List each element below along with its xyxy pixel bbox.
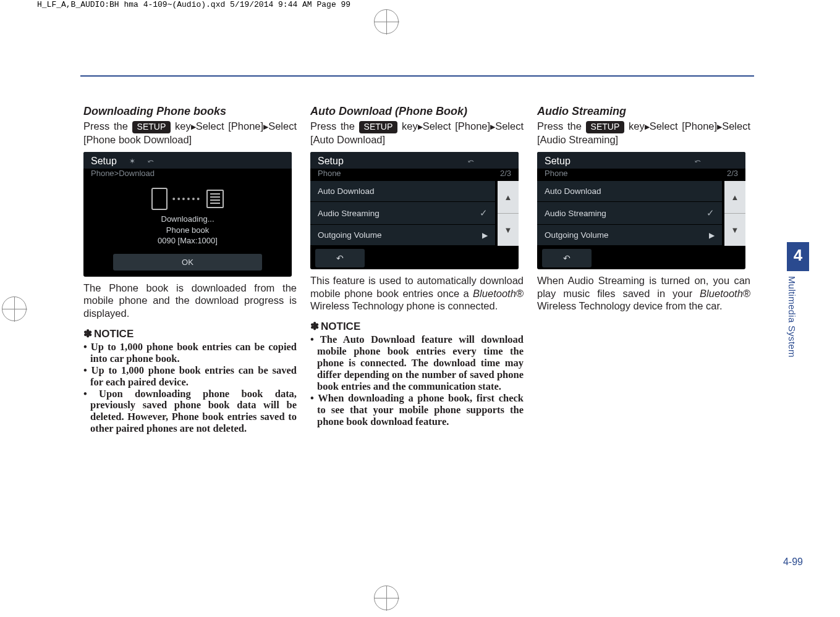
chapter-label: Multimedia System: [787, 271, 797, 382]
triangle-icon: ▶: [645, 123, 650, 132]
text-b: Wireless Technology phone is connected.: [310, 300, 498, 311]
scroll-up-button[interactable]: ▲: [724, 181, 745, 214]
notice-star-icon: ✽: [83, 328, 92, 340]
setup-key-badge: SETUP: [586, 121, 625, 133]
ss-sub-label: Phone: [545, 169, 568, 178]
instr-pre: Press the: [83, 120, 132, 132]
instr-post: key: [397, 120, 417, 132]
instruction-text: Press the SETUP key▶Select [Phone]▶Selec…: [310, 120, 524, 146]
instruction-text: Press the SETUP key▶Select [Phone]▶Selec…: [83, 120, 297, 146]
menu-row-outgoing-volume[interactable]: Outgoing Volume▶: [310, 225, 495, 246]
menu-row-audio-streaming[interactable]: Audio Streaming✓: [537, 202, 722, 225]
print-header: H_LF_A,B_AUDIO:BH hma 4-109~(Audio).qxd …: [37, 0, 350, 9]
instr-post: key: [624, 120, 644, 132]
menu-label: Auto Download: [318, 187, 375, 196]
ss-sub-row: Phone 2/3: [537, 169, 745, 181]
breadcrumb-text: Phone>Download: [91, 169, 155, 178]
progress-text: 0090 [Max:1000]: [88, 235, 287, 246]
menu-label: Audio Streaming: [318, 209, 380, 218]
section-title: Auto Download (Phone Book): [310, 105, 524, 118]
notice-heading: ✽NOTICE: [310, 320, 524, 333]
instr-pre: Press the: [537, 120, 586, 132]
setup-screenshot-phone-menu: Setup ⤺ Phone 2/3 Auto Download Audio St…: [310, 152, 519, 269]
section-title: Audio Streaming: [537, 105, 750, 118]
ss-sub-row: Phone 2/3: [310, 169, 519, 181]
column-1: Downloading Phone books Press the SETUP …: [83, 105, 297, 435]
chapter-tab: 4 Multimedia System: [787, 242, 809, 384]
phonebook-text: Phone book: [88, 225, 287, 236]
back-button[interactable]: ↶: [315, 249, 365, 267]
setup-key-badge: SETUP: [359, 121, 398, 133]
downloading-text: Downloading...: [88, 214, 287, 225]
scroll-down-button[interactable]: ▼: [724, 214, 745, 246]
section-title: Downloading Phone books: [83, 105, 297, 118]
triangle-icon: ▶: [490, 123, 495, 132]
column-3: Audio Streaming Press the SETUP key▶Sele…: [537, 105, 750, 435]
menu-row-auto-download[interactable]: Auto Download: [310, 181, 495, 202]
bluetooth-text: Bluetooth®: [473, 288, 524, 299]
download-icons: ••••••: [88, 188, 287, 210]
ss-title-text: Setup: [318, 156, 344, 167]
dots-icon: ••••••: [172, 193, 202, 205]
scroll-down-button[interactable]: ▼: [498, 214, 519, 246]
bluetooth-text: Bluetooth®: [700, 288, 750, 299]
chapter-number: 4: [787, 242, 809, 271]
crop-mark-left: [2, 296, 27, 321]
instr-tail: Select [Phone]: [196, 120, 263, 132]
bullet-item: When downloading a phone book, first che…: [310, 393, 524, 428]
menu-label: Outgoing Volume: [545, 230, 609, 240]
share-icon: ⤺: [468, 157, 474, 166]
share-icon: ⤺: [695, 157, 701, 166]
menu-main: Auto Download Audio Streaming✓ Outgoing …: [310, 181, 495, 246]
crop-mark-top: [374, 9, 399, 34]
scroll-up-button[interactable]: ▲: [498, 181, 519, 214]
check-icon: ✓: [706, 208, 715, 219]
top-rule: [80, 75, 754, 77]
text-b: Wireless Technology device from the car.: [537, 300, 723, 311]
ss-page-indicator: 2/3: [727, 169, 738, 178]
chevron-right-icon: ▶: [482, 231, 488, 240]
notice-heading: ✽NOTICE: [83, 327, 297, 340]
instr-pre: Press the: [310, 120, 359, 132]
instr-tail: Select [Phone]: [423, 120, 490, 132]
ss-title-text: Setup: [545, 156, 571, 167]
menu-section: Auto Download Audio Streaming✓ Outgoing …: [537, 181, 745, 246]
ok-button[interactable]: OK: [113, 254, 262, 271]
bullet-item: Up to 1,000 phone book entries can be co…: [83, 342, 297, 365]
notice-label: NOTICE: [94, 328, 134, 340]
after-screenshot-text: When Audio Streaming is turned on, you c…: [537, 274, 750, 313]
scroll-arrows: ▲ ▼: [498, 181, 519, 246]
instr-tail: Select [Phone]: [650, 120, 717, 132]
menu-main: Auto Download Audio Streaming✓ Outgoing …: [537, 181, 722, 246]
ss-title-row: Setup ⤺: [537, 152, 745, 169]
after-screenshot-text: The Phone book is downloaded from the mo…: [83, 282, 297, 320]
ss-sub-label: Phone: [318, 169, 341, 178]
downloading-block: •••••• Downloading... Phone book 0090 [M…: [88, 184, 287, 249]
setup-screenshot-download: Setup ✶ ⤺ Phone>Download •••••• Download…: [83, 152, 292, 277]
setup-screenshot-phone-menu: Setup ⤺ Phone 2/3 Auto Download Audio St…: [537, 152, 745, 269]
notice-bullets: Up to 1,000 phone book entries can be co…: [83, 342, 297, 435]
ss-title-text: Setup: [91, 156, 117, 167]
check-icon: ✓: [480, 208, 488, 219]
notice-bullets: The Auto Download feature will download …: [310, 334, 524, 428]
instruction-text: Press the SETUP key▶Select [Phone]▶Selec…: [537, 120, 750, 146]
ss-breadcrumb: Phone>Download: [83, 169, 292, 181]
ss-body: •••••• Downloading... Phone book 0090 [M…: [83, 181, 292, 277]
menu-row-auto-download[interactable]: Auto Download: [537, 181, 722, 202]
menu-label: Audio Streaming: [545, 209, 606, 218]
page-number: 4-99: [783, 556, 803, 568]
menu-section: Auto Download Audio Streaming✓ Outgoing …: [310, 181, 519, 246]
triangle-icon: ▶: [191, 123, 196, 132]
triangle-icon: ▶: [263, 123, 268, 132]
bullet-item: The Auto Download feature will download …: [310, 334, 524, 393]
phone-icon: [151, 188, 168, 210]
triangle-icon: ▶: [418, 123, 423, 132]
list-icon: [206, 190, 224, 208]
menu-row-audio-streaming[interactable]: Audio Streaming✓: [310, 202, 495, 225]
column-2: Auto Download (Phone Book) Press the SET…: [310, 105, 524, 435]
back-button[interactable]: ↶: [542, 249, 592, 267]
setup-key-badge: SETUP: [132, 121, 171, 133]
menu-row-outgoing-volume[interactable]: Outgoing Volume▶: [537, 225, 722, 246]
after-screenshot-text: This feature is used to automatically do…: [310, 274, 524, 313]
menu-label: Outgoing Volume: [318, 230, 382, 240]
